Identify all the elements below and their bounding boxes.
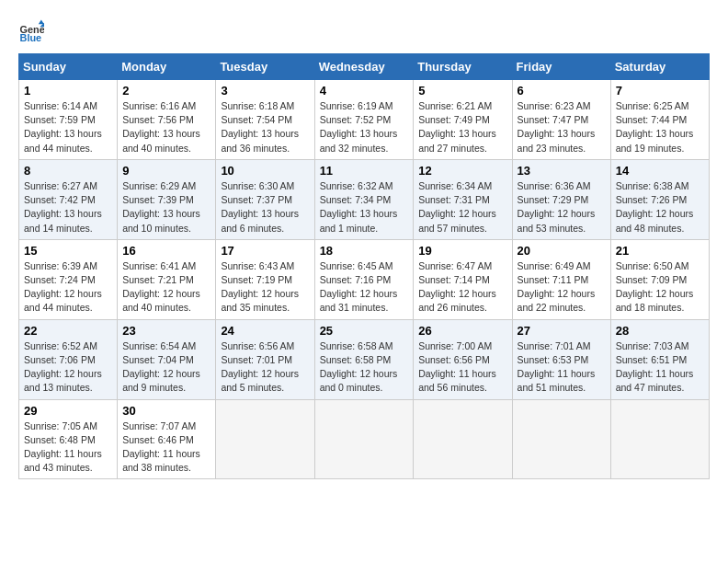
svg-text:Blue: Blue	[20, 32, 42, 43]
day-info: Sunrise: 7:00 AMSunset: 6:56 PMDaylight:…	[418, 339, 506, 396]
day-info: Sunrise: 6:45 AMSunset: 7:16 PMDaylight:…	[320, 259, 409, 316]
calendar-cell: 19Sunrise: 6:47 AMSunset: 7:14 PMDayligh…	[414, 239, 512, 319]
calendar-cell: 10Sunrise: 6:30 AMSunset: 7:37 PMDayligh…	[216, 159, 314, 239]
day-number: 27	[518, 324, 606, 338]
day-number: 15	[24, 244, 112, 258]
calendar-table: SundayMondayTuesdayWednesdayThursdayFrid…	[18, 53, 710, 479]
day-number: 7	[616, 84, 704, 98]
calendar-cell	[314, 399, 414, 479]
day-info: Sunrise: 6:27 AMSunset: 7:42 PMDaylight:…	[24, 179, 112, 236]
calendar-cell	[414, 399, 512, 479]
header-thursday: Thursday	[414, 54, 512, 80]
calendar-cell: 26Sunrise: 7:00 AMSunset: 6:56 PMDayligh…	[414, 319, 512, 399]
day-info: Sunrise: 6:58 AMSunset: 6:58 PMDaylight:…	[320, 339, 409, 396]
day-info: Sunrise: 6:54 AMSunset: 7:04 PMDaylight:…	[122, 339, 210, 396]
day-number: 10	[221, 164, 309, 178]
day-number: 3	[221, 84, 309, 98]
calendar-cell: 23Sunrise: 6:54 AMSunset: 7:04 PMDayligh…	[118, 319, 216, 399]
day-info: Sunrise: 6:18 AMSunset: 7:54 PMDaylight:…	[221, 99, 309, 155]
header-friday: Friday	[512, 54, 610, 80]
calendar-cell: 17Sunrise: 6:43 AMSunset: 7:19 PMDayligh…	[216, 239, 314, 319]
calendar-cell: 6Sunrise: 6:23 AMSunset: 7:47 PMDaylight…	[512, 80, 610, 160]
calendar-cell: 11Sunrise: 6:32 AMSunset: 7:34 PMDayligh…	[314, 159, 414, 239]
day-number: 4	[320, 84, 409, 98]
day-number: 16	[122, 244, 210, 258]
calendar-cell: 5Sunrise: 6:21 AMSunset: 7:49 PMDaylight…	[414, 80, 512, 160]
calendar-cell: 2Sunrise: 6:16 AMSunset: 7:56 PMDaylight…	[118, 80, 216, 160]
header-saturday: Saturday	[610, 54, 709, 80]
day-info: Sunrise: 6:52 AMSunset: 7:06 PMDaylight:…	[24, 339, 112, 396]
day-number: 30	[122, 404, 210, 418]
calendar-cell: 24Sunrise: 6:56 AMSunset: 7:01 PMDayligh…	[216, 319, 314, 399]
day-number: 29	[24, 404, 112, 418]
calendar-cell: 3Sunrise: 6:18 AMSunset: 7:54 PMDaylight…	[216, 80, 314, 160]
day-info: Sunrise: 6:36 AMSunset: 7:29 PMDaylight:…	[518, 179, 606, 236]
header-sunday: Sunday	[19, 54, 118, 80]
day-number: 11	[320, 164, 409, 178]
day-info: Sunrise: 7:01 AMSunset: 6:53 PMDaylight:…	[518, 339, 606, 396]
header-tuesday: Tuesday	[216, 54, 314, 80]
day-info: Sunrise: 7:05 AMSunset: 6:48 PMDaylight:…	[24, 419, 112, 476]
calendar-cell: 12Sunrise: 6:34 AMSunset: 7:31 PMDayligh…	[414, 159, 512, 239]
calendar-cell: 14Sunrise: 6:38 AMSunset: 7:26 PMDayligh…	[610, 159, 709, 239]
day-number: 13	[518, 164, 606, 178]
calendar-cell: 20Sunrise: 6:49 AMSunset: 7:11 PMDayligh…	[512, 239, 610, 319]
day-info: Sunrise: 6:21 AMSunset: 7:49 PMDaylight:…	[418, 99, 506, 155]
calendar-cell: 18Sunrise: 6:45 AMSunset: 7:16 PMDayligh…	[314, 239, 414, 319]
day-number: 25	[320, 324, 409, 338]
day-number: 2	[122, 84, 210, 98]
calendar-cell: 15Sunrise: 6:39 AMSunset: 7:24 PMDayligh…	[19, 239, 118, 319]
day-info: Sunrise: 6:30 AMSunset: 7:37 PMDaylight:…	[221, 179, 309, 236]
day-info: Sunrise: 6:39 AMSunset: 7:24 PMDaylight:…	[24, 259, 112, 316]
day-info: Sunrise: 6:38 AMSunset: 7:26 PMDaylight:…	[616, 179, 704, 236]
day-info: Sunrise: 6:50 AMSunset: 7:09 PMDaylight:…	[616, 259, 704, 316]
day-info: Sunrise: 6:16 AMSunset: 7:56 PMDaylight:…	[122, 99, 210, 155]
day-number: 6	[518, 84, 606, 98]
day-number: 20	[518, 244, 606, 258]
calendar-cell: 22Sunrise: 6:52 AMSunset: 7:06 PMDayligh…	[19, 319, 118, 399]
logo: General Blue	[18, 18, 48, 44]
day-info: Sunrise: 6:19 AMSunset: 7:52 PMDaylight:…	[320, 99, 409, 155]
calendar-cell	[216, 399, 314, 479]
calendar-cell: 9Sunrise: 6:29 AMSunset: 7:39 PMDaylight…	[118, 159, 216, 239]
day-number: 1	[24, 84, 112, 98]
day-number: 21	[616, 244, 704, 258]
day-number: 5	[418, 84, 506, 98]
calendar-cell: 7Sunrise: 6:25 AMSunset: 7:44 PMDaylight…	[610, 80, 709, 160]
calendar-cell: 16Sunrise: 6:41 AMSunset: 7:21 PMDayligh…	[118, 239, 216, 319]
day-info: Sunrise: 6:49 AMSunset: 7:11 PMDaylight:…	[518, 259, 606, 316]
day-number: 26	[418, 324, 506, 338]
calendar-cell: 27Sunrise: 7:01 AMSunset: 6:53 PMDayligh…	[512, 319, 610, 399]
calendar-cell: 30Sunrise: 7:07 AMSunset: 6:46 PMDayligh…	[118, 399, 216, 479]
calendar-cell: 28Sunrise: 7:03 AMSunset: 6:51 PMDayligh…	[610, 319, 709, 399]
day-number: 14	[616, 164, 704, 178]
calendar-cell: 13Sunrise: 6:36 AMSunset: 7:29 PMDayligh…	[512, 159, 610, 239]
day-info: Sunrise: 6:47 AMSunset: 7:14 PMDaylight:…	[418, 259, 506, 316]
page-header: General Blue	[18, 18, 710, 44]
calendar-cell: 1Sunrise: 6:14 AMSunset: 7:59 PMDaylight…	[19, 80, 118, 160]
day-info: Sunrise: 7:03 AMSunset: 6:51 PMDaylight:…	[616, 339, 704, 396]
calendar-cell: 4Sunrise: 6:19 AMSunset: 7:52 PMDaylight…	[314, 80, 414, 160]
calendar-week-1: 1Sunrise: 6:14 AMSunset: 7:59 PMDaylight…	[19, 80, 710, 160]
calendar-week-5: 29Sunrise: 7:05 AMSunset: 6:48 PMDayligh…	[19, 399, 710, 479]
logo-icon: General Blue	[18, 18, 44, 44]
calendar-week-2: 8Sunrise: 6:27 AMSunset: 7:42 PMDaylight…	[19, 159, 710, 239]
day-number: 19	[418, 244, 506, 258]
calendar-cell: 29Sunrise: 7:05 AMSunset: 6:48 PMDayligh…	[19, 399, 118, 479]
day-number: 8	[24, 164, 112, 178]
calendar-cell	[512, 399, 610, 479]
day-info: Sunrise: 6:25 AMSunset: 7:44 PMDaylight:…	[616, 99, 704, 155]
calendar-header-row: SundayMondayTuesdayWednesdayThursdayFrid…	[19, 54, 710, 80]
day-info: Sunrise: 6:56 AMSunset: 7:01 PMDaylight:…	[221, 339, 309, 396]
calendar-week-4: 22Sunrise: 6:52 AMSunset: 7:06 PMDayligh…	[19, 319, 710, 399]
calendar-cell	[610, 399, 709, 479]
header-monday: Monday	[118, 54, 216, 80]
header-wednesday: Wednesday	[314, 54, 414, 80]
day-info: Sunrise: 6:43 AMSunset: 7:19 PMDaylight:…	[221, 259, 309, 316]
day-number: 18	[320, 244, 409, 258]
day-info: Sunrise: 6:29 AMSunset: 7:39 PMDaylight:…	[122, 179, 210, 236]
calendar-week-3: 15Sunrise: 6:39 AMSunset: 7:24 PMDayligh…	[19, 239, 710, 319]
day-number: 28	[616, 324, 704, 338]
day-number: 17	[221, 244, 309, 258]
day-info: Sunrise: 6:32 AMSunset: 7:34 PMDaylight:…	[320, 179, 409, 236]
